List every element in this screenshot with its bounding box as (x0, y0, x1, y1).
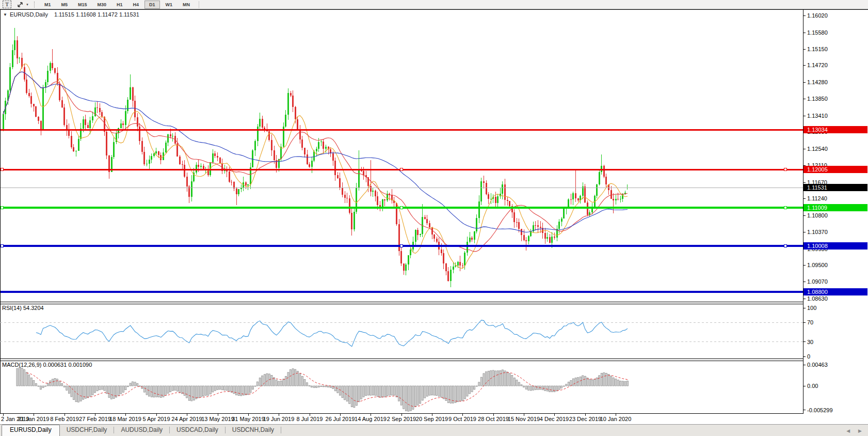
svg-text:9 Oct 2019: 9 Oct 2019 (448, 416, 476, 422)
timeframe-button-m1[interactable]: M1 (40, 1, 56, 9)
ohlc-values: 1.11515 1.11608 1.11472 1.11531 (54, 11, 139, 18)
symbol-period-label: EURUSD,Daily (10, 11, 48, 18)
svg-text:18 Mar 2019: 18 Mar 2019 (109, 416, 141, 422)
svg-text:15 Nov 2019: 15 Nov 2019 (508, 416, 540, 422)
svg-text:0: 0 (807, 353, 810, 360)
chart-title: ▼ EURUSD,Daily 1.11515 1.11608 1.11472 1… (3, 11, 139, 18)
svg-text:1.11531: 1.11531 (807, 184, 827, 191)
moving-averages-layer (3, 64, 628, 269)
svg-text:1.15580: 1.15580 (807, 29, 828, 36)
svg-text:8 Feb 2019: 8 Feb 2019 (50, 416, 79, 422)
timeframe-button-mn[interactable]: MN (178, 1, 195, 9)
svg-text:2 Sep 2019: 2 Sep 2019 (387, 416, 416, 422)
toolbar-separator (34, 2, 36, 8)
svg-text:13 May 2019: 13 May 2019 (201, 416, 234, 422)
toolbar-divider (199, 1, 199, 8)
svg-text:26 Jul 2019: 26 Jul 2019 (326, 416, 355, 422)
svg-text:10 Jan 2020: 10 Jan 2020 (600, 416, 632, 422)
svg-text:1.13410: 1.13410 (807, 113, 828, 119)
candles-layer (3, 28, 629, 287)
svg-text:0.00463: 0.00463 (807, 362, 828, 368)
tab-usdcnh-daily[interactable]: USDCNH,Daily (226, 425, 281, 436)
timeframe-button-w1[interactable]: W1 (161, 1, 178, 9)
collapse-triangle-icon[interactable]: ▼ (3, 12, 7, 17)
svg-text:30: 30 (807, 339, 813, 345)
rsi-indicator-label: RSI(14) 54.3204 (2, 305, 44, 311)
svg-text:19 Jun 2019: 19 Jun 2019 (263, 416, 295, 422)
rsi-panel: 10070300 (0, 305, 816, 360)
text-tool-button[interactable]: T (3, 1, 11, 8)
svg-text:31 May 2019: 31 May 2019 (232, 416, 265, 422)
svg-text:1.11009: 1.11009 (807, 205, 827, 211)
svg-text:1.14280: 1.14280 (807, 79, 828, 85)
svg-text:100: 100 (807, 305, 816, 311)
tab-audusd-daily[interactable]: AUDUSD,Daily (114, 425, 169, 436)
svg-text:1.10008: 1.10008 (807, 243, 828, 249)
timeframe-button-m15[interactable]: M15 (73, 1, 92, 9)
svg-text:28 Oct 2019: 28 Oct 2019 (478, 416, 509, 422)
svg-text:1.10800: 1.10800 (807, 212, 828, 219)
svg-text:8 Jul 2019: 8 Jul 2019 (297, 416, 323, 422)
svg-text:1.13034: 1.13034 (807, 127, 828, 133)
diagonal-arrows-tool-icon[interactable] (17, 1, 24, 8)
svg-text:20 Sep 2019: 20 Sep 2019 (416, 416, 448, 422)
timeframe-button-d1[interactable]: D1 (144, 1, 160, 9)
tab-usdchf-daily[interactable]: USDCHF,Daily (60, 425, 114, 436)
price-chart-canvas[interactable]: 1.160201.155801.151501.147201.142801.138… (0, 9, 868, 424)
horizontal-lines-layer[interactable] (0, 130, 803, 292)
tab-separator (281, 427, 281, 433)
timeframe-button-m30[interactable]: M30 (93, 1, 111, 9)
svg-text:27 Feb 2019: 27 Feb 2019 (79, 416, 111, 422)
tab-eurusd-daily[interactable]: EURUSD,Daily (2, 425, 60, 436)
date-axis[interactable]: 2 Jan 201921 Jan 20198 Feb 201927 Feb 20… (1, 413, 631, 422)
chart-tabs-bar: EURUSD,Daily USDCHF,Daily AUDUSD,Daily U… (0, 424, 868, 436)
svg-text:1.10370: 1.10370 (807, 229, 828, 235)
svg-text:5 Apr 2019: 5 Apr 2019 (142, 416, 170, 422)
chart-frame (0, 9, 868, 414)
svg-text:21 Jan 2019: 21 Jan 2019 (18, 416, 50, 422)
svg-text:1.11240: 1.11240 (807, 195, 827, 201)
svg-text:1.09070: 1.09070 (807, 278, 828, 285)
svg-text:24 Apr 2019: 24 Apr 2019 (171, 416, 202, 422)
toolbar: T ▼ M1 M5 M15 M30 H1 H4 D1 W1 MN (0, 0, 868, 9)
svg-text:1.08800: 1.08800 (807, 289, 828, 295)
timeframe-button-m5[interactable]: M5 (56, 1, 72, 9)
svg-text:-0.005299: -0.005299 (807, 407, 833, 413)
chart-window: 1.160201.155801.151501.147201.142801.138… (0, 9, 868, 424)
macd-panel: 0.004630.00-0.005299 (17, 362, 833, 413)
svg-text:1.12540: 1.12540 (807, 146, 828, 152)
price-axis[interactable]: 1.160201.155801.151501.147201.142801.138… (803, 12, 828, 302)
dropdown-caret-icon[interactable]: ▼ (26, 3, 29, 6)
timeframe-button-h1[interactable]: H1 (112, 1, 127, 9)
svg-text:1.14720: 1.14720 (807, 62, 828, 68)
svg-text:1.13850: 1.13850 (807, 96, 828, 102)
svg-text:1.15150: 1.15150 (807, 46, 828, 52)
svg-text:70: 70 (807, 319, 813, 325)
svg-text:4 Dec 2019: 4 Dec 2019 (540, 416, 569, 422)
svg-text:1.16020: 1.16020 (807, 12, 828, 19)
tab-scroll-left-icon[interactable]: ◀ (846, 428, 850, 433)
svg-text:14 Aug 2019: 14 Aug 2019 (355, 416, 387, 422)
tab-usdcad-daily[interactable]: USDCAD,Daily (170, 425, 225, 436)
macd-indicator-label: MACD(12,26,9) 0.000631 0.001090 (2, 362, 92, 368)
svg-text:1.08630: 1.08630 (807, 295, 828, 302)
svg-text:1.12005: 1.12005 (807, 166, 828, 173)
tab-scroll-right-icon[interactable]: ▶ (858, 428, 862, 433)
svg-text:23 Dec 2019: 23 Dec 2019 (569, 416, 601, 422)
timeframe-button-h4[interactable]: H4 (128, 1, 144, 9)
svg-text:1.09500: 1.09500 (807, 262, 828, 268)
svg-text:0.00: 0.00 (807, 383, 818, 389)
